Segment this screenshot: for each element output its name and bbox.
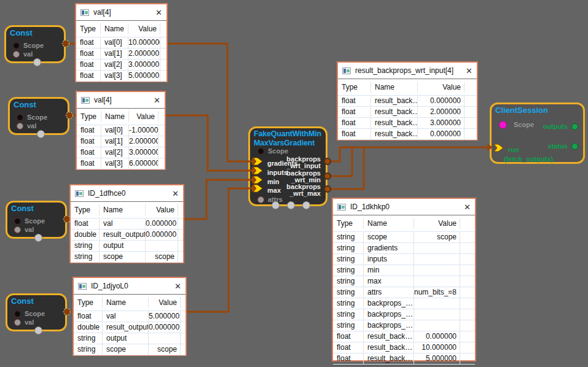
table-body: string scope scope string gradients stri… xyxy=(333,232,475,365)
node-clientsession[interactable]: ClientSession Scope outputs status run (… xyxy=(490,102,585,164)
table-row: string scope scope xyxy=(74,344,186,355)
cell-type: string xyxy=(71,252,100,262)
cell-name: val xyxy=(100,218,146,229)
col-header-name: Name xyxy=(101,111,129,122)
port-scope[interactable]: Scope xyxy=(257,147,288,155)
port-val[interactable]: val xyxy=(14,318,34,326)
attrs-port-icon[interactable] xyxy=(257,196,264,203)
port-inputs[interactable]: inputs xyxy=(267,168,288,177)
port-scope[interactable]: Scope xyxy=(14,309,45,318)
cell-value xyxy=(414,243,460,253)
cell-name: scope xyxy=(364,232,414,242)
port-backprops-wrt-min[interactable]: backprops _wrt_min xyxy=(286,170,321,184)
cell-name: output xyxy=(103,333,149,344)
col-header-type: Type xyxy=(71,204,100,215)
port-backprops-wrt-input[interactable]: backprops _wrt_input xyxy=(286,156,321,169)
port-val[interactable]: val xyxy=(17,122,36,130)
port-backprops-wrt-max[interactable]: backprops _wrt_max xyxy=(286,184,321,197)
node-handle[interactable] xyxy=(287,201,295,209)
table-row: string scope scope xyxy=(71,252,183,263)
node-fakequant-gradient[interactable]: FakeQuantWithMin MaxVarsGradient Scope g… xyxy=(248,126,327,206)
cell-name: val[0] xyxy=(101,125,129,136)
port-val[interactable]: val xyxy=(13,50,33,58)
node-const-4[interactable]: Const Scope val xyxy=(6,293,67,331)
port-max[interactable]: max xyxy=(267,186,281,195)
status-port-icon[interactable] xyxy=(571,143,578,150)
cell-type: float xyxy=(338,96,371,106)
cell-value: 0.000000 xyxy=(146,230,178,240)
table-titlebar[interactable]: ID_1dkhkp0 ✕ xyxy=(333,199,475,215)
cell-type: float xyxy=(74,311,103,322)
table-row: float result_back… 2.000000 xyxy=(338,107,477,118)
cell-value: 10.000000 xyxy=(128,37,160,48)
close-icon[interactable]: ✕ xyxy=(154,96,160,105)
cell-value xyxy=(149,333,181,344)
node-handle[interactable] xyxy=(302,201,310,209)
cell-type: string xyxy=(333,298,364,309)
port-label: Scope xyxy=(268,147,288,155)
node-handle[interactable] xyxy=(33,58,41,66)
node-const-3[interactable]: Const Scope val xyxy=(6,201,67,239)
port-scope[interactable]: Scope xyxy=(17,113,47,122)
close-icon[interactable]: ✕ xyxy=(174,282,181,291)
node-handle[interactable] xyxy=(272,201,280,209)
table-row: float val[1] 2.000000 xyxy=(76,48,167,60)
cell-value xyxy=(414,276,460,287)
port-val[interactable]: val xyxy=(14,225,34,234)
cell-type: float xyxy=(76,60,101,70)
table-titlebar[interactable]: val[4] ✕ xyxy=(77,92,165,109)
cell-name: backprops_… xyxy=(364,298,414,309)
scope-port-icon[interactable] xyxy=(13,42,20,49)
port-scope[interactable]: Scope xyxy=(13,41,44,50)
port-label: Scope xyxy=(25,217,45,225)
table-titlebar[interactable]: result_backprops_wrt_input[4] ✕ xyxy=(338,63,477,79)
table-titlebar[interactable]: val[4] ✕ xyxy=(76,4,167,21)
node-handle[interactable] xyxy=(34,326,42,334)
table-row: string output xyxy=(74,333,186,344)
close-icon[interactable]: ✕ xyxy=(464,203,471,212)
node-handle[interactable] xyxy=(34,234,42,242)
scope-port-icon[interactable] xyxy=(14,218,21,225)
port-scope[interactable]: Scope xyxy=(499,120,534,129)
col-header-name: Name xyxy=(101,23,128,34)
close-icon[interactable]: ✕ xyxy=(172,189,179,198)
node-const-2[interactable]: Const Scope val xyxy=(8,97,69,135)
scope-port-icon[interactable] xyxy=(499,121,507,129)
outputs-port-icon[interactable] xyxy=(571,123,578,130)
val-port-icon[interactable] xyxy=(17,123,23,129)
cell-type: float xyxy=(333,342,364,353)
table-row: float val 0.000000 xyxy=(71,218,183,230)
val-port-icon[interactable] xyxy=(13,51,20,58)
node-handle[interactable] xyxy=(37,130,45,138)
table-titlebar[interactable]: ID_1djyoL0 ✕ xyxy=(74,278,186,295)
scope-port-icon[interactable] xyxy=(257,148,264,155)
cell-type: string xyxy=(71,241,100,251)
cell-type: float xyxy=(71,218,100,229)
port-status[interactable]: status xyxy=(548,142,578,150)
cell-name: min xyxy=(364,265,414,276)
cell-value: 10.000000 xyxy=(414,342,460,353)
val-port-icon[interactable] xyxy=(14,319,21,326)
close-icon[interactable]: ✕ xyxy=(155,8,162,17)
port-outputs[interactable]: outputs xyxy=(543,122,578,131)
table-body: float val[0] -1.000000 float val[1] 2.00… xyxy=(77,125,165,169)
port-run[interactable]: run xyxy=(508,145,519,154)
table-titlebar[interactable]: ID_1dfhce0 ✕ xyxy=(71,185,183,202)
watch-table-id-1djyol0: ID_1djyoL0 ✕ Type Name Value float val 5… xyxy=(73,277,187,356)
port-label: outputs xyxy=(543,123,568,130)
port-sublabel: (fetch_outputs) xyxy=(504,155,553,163)
port-min[interactable]: min xyxy=(267,177,280,186)
watch-table-val4-second: val[4] ✕ Type Name Value float val[0] -1… xyxy=(76,91,166,170)
scope-port-icon[interactable] xyxy=(14,311,21,317)
port-label: _wrt_input xyxy=(286,162,321,169)
node-const-1[interactable]: Const Scope val xyxy=(4,25,66,63)
close-icon[interactable]: ✕ xyxy=(466,66,472,75)
val-port-icon[interactable] xyxy=(14,226,21,233)
port-label: _wrt_max xyxy=(289,190,321,197)
cell-value: 0.000000 xyxy=(146,218,178,229)
cell-value: 0.000000 xyxy=(414,331,460,342)
scope-port-icon[interactable] xyxy=(17,114,23,121)
window-icon xyxy=(78,283,87,290)
port-scope[interactable]: Scope xyxy=(14,217,45,225)
table-row: string output xyxy=(71,241,183,252)
